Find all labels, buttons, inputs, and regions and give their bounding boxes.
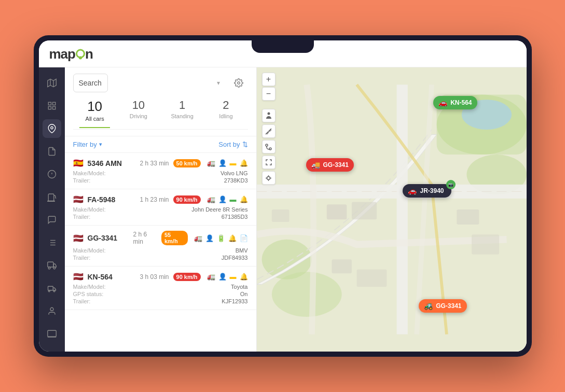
stat-standing[interactable]: 1 Standing xyxy=(160,99,204,125)
sidebar-icon-vehicles[interactable] xyxy=(43,256,61,275)
flag-icon: 🇱🇻 xyxy=(73,233,84,243)
search-wrapper: Search xyxy=(73,74,225,92)
stat-standing-number: 1 xyxy=(160,99,204,112)
search-row: Search xyxy=(73,74,248,92)
signal-icon: ▬ xyxy=(230,159,237,167)
marker-label: JR-3940 xyxy=(420,187,444,194)
stat-driving-number: 10 xyxy=(117,99,160,112)
sidebar-icon-dashboard[interactable] xyxy=(43,96,61,115)
sidebar-icon-tasks[interactable] xyxy=(43,233,61,252)
signal-icon: ▬ xyxy=(230,273,237,281)
svg-rect-43 xyxy=(356,270,387,287)
svg-point-51 xyxy=(266,144,268,146)
svg-point-7 xyxy=(50,127,53,129)
sidebar-icon-user[interactable] xyxy=(43,302,61,320)
marker-jr3940[interactable]: 🚗 JR-3940 📷 xyxy=(403,184,451,198)
vehicle-detail-trailer: Trailer: 2738KD3 xyxy=(73,177,248,184)
vehicle-row1: 🇱🇻 FA-5948 1 h 23 min 90 km/h 🚛 👤 ▬ 🔔 xyxy=(73,194,248,204)
vehicle-detail-model: Make/Model: BMV xyxy=(73,247,248,254)
sidebar-icon-settings[interactable] xyxy=(43,325,61,343)
vehicle-item-fa5948[interactable]: 🇱🇻 FA-5948 1 h 23 min 90 km/h 🚛 👤 ▬ 🔔 xyxy=(65,189,256,226)
map-tools xyxy=(262,109,275,185)
flag-icon: 🇪🇸 xyxy=(73,158,84,168)
sidebar-icon-alerts[interactable] xyxy=(43,165,61,184)
map-svg xyxy=(257,67,527,352)
marker-label: KN-564 xyxy=(450,99,472,106)
vehicle-detail-model: Make/Model: Volvo LNG xyxy=(73,170,248,176)
sidebar-icon-fuel[interactable] xyxy=(43,188,61,206)
zoom-out-button[interactable]: − xyxy=(262,87,275,101)
stat-idling[interactable]: 2 Idling xyxy=(204,99,247,125)
svg-point-22 xyxy=(48,290,50,292)
sidebar-icon-messages[interactable] xyxy=(43,211,61,229)
sort-button[interactable]: Sort by ⇅ xyxy=(218,141,247,148)
status-icons: 🚛 👤 ▬ 🔔 xyxy=(207,273,248,281)
stat-idling-number: 2 xyxy=(204,99,247,112)
filter-bar: Filter by ▾ Sort by ⇅ xyxy=(65,136,256,153)
stat-driving-label: Driving xyxy=(117,113,160,119)
vehicle-detail-model: Make/Model: Toyota xyxy=(73,284,248,290)
camera-notch xyxy=(252,40,314,53)
panel-header: Search 10 All cars xyxy=(65,67,256,136)
sidebar-icon-reports[interactable] xyxy=(43,142,61,161)
svg-rect-6 xyxy=(52,107,55,109)
stat-driving[interactable]: 10 Driving xyxy=(117,99,160,125)
speed-badge: 50 km/h xyxy=(173,159,201,167)
marker-gg3341-orange[interactable]: 🚜 GG-3341 xyxy=(419,299,466,313)
stat-standing-label: Standing xyxy=(160,113,204,119)
sidebar-icon-location[interactable] xyxy=(43,119,61,138)
marker-truck-icon: 🚚 xyxy=(311,161,320,169)
stat-all-cars-number: 10 xyxy=(73,99,117,115)
vehicle-item-5346amn[interactable]: 🇪🇸 5346 AMN 2 h 33 min 50 km/h 🚛 👤 ▬ 🔔 xyxy=(65,153,256,189)
vehicle-detail-trailer: Trailer: 671385D3 xyxy=(73,214,248,220)
svg-point-45 xyxy=(267,113,270,115)
zoom-in-button[interactable]: + xyxy=(262,73,275,86)
location-button[interactable] xyxy=(262,171,275,185)
ruler-button[interactable] xyxy=(262,124,275,138)
svg-rect-11 xyxy=(47,201,54,202)
plate-number: KN-564 xyxy=(88,273,129,281)
person-view-button[interactable] xyxy=(262,109,275,122)
marker-gg3341-red[interactable]: 🚚 GG-3341 xyxy=(306,158,354,172)
map-controls: + − xyxy=(262,73,275,101)
settings-button[interactable] xyxy=(229,74,248,92)
user-status-icon: 👤 xyxy=(218,273,227,281)
marker-kn564[interactable]: 🚗 KN-564 xyxy=(433,96,477,109)
vehicle-detail-gps: GPS status: On xyxy=(73,291,248,297)
vehicle-row1: 🇱🇻 KN-564 3 h 03 min 90 km/h 🚛 👤 ▬ 🔔 xyxy=(73,272,248,282)
svg-rect-40 xyxy=(457,209,479,225)
svg-rect-37 xyxy=(326,204,347,219)
svg-point-53 xyxy=(267,176,270,179)
fullscreen-button[interactable] xyxy=(262,156,275,169)
search-select[interactable]: Search xyxy=(73,74,108,92)
logo-o-icon xyxy=(76,49,85,58)
map-area: + − xyxy=(257,67,527,352)
vehicle-item-gg3341[interactable]: 🇱🇻 GG-3341 2 h 6 min 55 km/h 🚛 👤 🔋 🔔 📄 xyxy=(65,226,256,267)
svg-point-19 xyxy=(48,267,50,269)
filter-button[interactable]: Filter by ▾ xyxy=(73,141,102,148)
speed-badge: 90 km/h xyxy=(173,195,201,204)
marker-label: GG-3341 xyxy=(436,302,461,310)
vehicle-item-kn564[interactable]: 🇱🇻 KN-564 3 h 03 min 90 km/h 🚛 👤 ▬ 🔔 xyxy=(65,267,256,310)
truck-icon: 🚛 xyxy=(207,195,215,203)
signal-icon: ▬ xyxy=(230,195,237,203)
sidebar-icon-trailer[interactable] xyxy=(43,279,61,298)
truck-icon: 🚛 xyxy=(207,159,215,167)
duration: 2 h 33 min xyxy=(140,160,169,167)
sidebar-icon-map[interactable] xyxy=(43,74,61,92)
doc-icon: 📄 xyxy=(240,234,248,242)
vehicle-detail-trailer: Trailer: KJF12933 xyxy=(73,298,248,304)
svg-marker-0 xyxy=(47,79,56,87)
stat-all-cars-label: All cars xyxy=(73,116,117,122)
svg-rect-4 xyxy=(52,102,55,105)
bell-icon: 🔔 xyxy=(228,234,237,242)
truck-icon: 🚛 xyxy=(207,273,215,281)
stat-all-cars[interactable]: 10 All cars xyxy=(73,99,117,125)
svg-rect-5 xyxy=(48,107,51,109)
top-bar: mapn xyxy=(39,40,527,67)
speed-badge: 90 km/h xyxy=(173,273,201,281)
svg-rect-3 xyxy=(48,102,51,105)
route-button[interactable] xyxy=(262,140,275,153)
vehicle-detail-model: Make/Model: John Deere 8R Series xyxy=(73,206,248,213)
flag-icon: 🇱🇻 xyxy=(73,194,84,204)
